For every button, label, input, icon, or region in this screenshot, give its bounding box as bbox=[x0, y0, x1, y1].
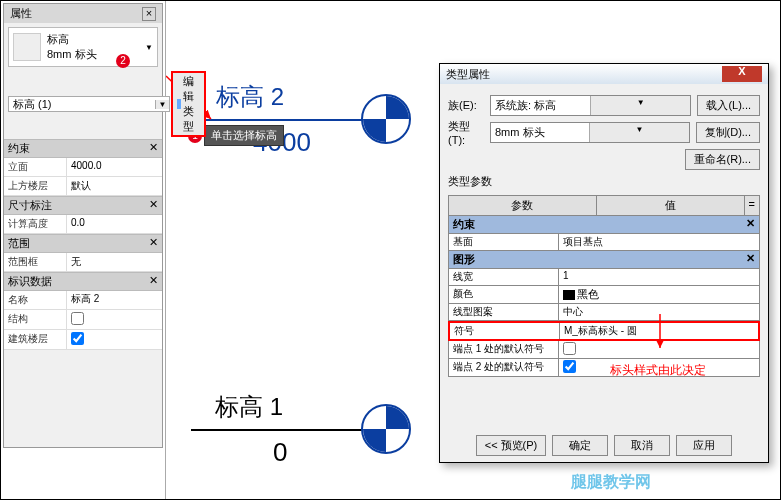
grid-section-constraint[interactable]: 约束✕ bbox=[448, 216, 760, 234]
section-id[interactable]: 标识数据✕ bbox=[4, 272, 162, 291]
grid-row: 端点 1 处的默认符号 bbox=[448, 341, 760, 359]
level1-name[interactable]: 标高 1 bbox=[215, 391, 283, 423]
endpoint2-checkbox[interactable] bbox=[563, 360, 576, 373]
cancel-button[interactable]: 取消 bbox=[614, 435, 670, 456]
prop-row: 立面 bbox=[4, 158, 162, 177]
section-dim[interactable]: 尺寸标注✕ bbox=[4, 196, 162, 215]
dialog-title: 类型属性 bbox=[446, 67, 490, 82]
properties-titlebar[interactable]: 属性 × bbox=[4, 4, 162, 23]
level2-line[interactable] bbox=[191, 119, 386, 121]
structural-checkbox[interactable] bbox=[71, 312, 84, 325]
instance-filter[interactable] bbox=[9, 97, 155, 111]
type-line2: 8mm 标头 bbox=[47, 47, 97, 62]
properties-title: 属性 bbox=[10, 6, 32, 21]
type-thumb-icon bbox=[13, 33, 41, 61]
type-params-label: 类型参数 bbox=[448, 174, 760, 189]
apply-button[interactable]: 应用 bbox=[676, 435, 732, 456]
prop-row: 计算高度0.0 bbox=[4, 215, 162, 234]
type-selector[interactable]: 标高 8mm 标头 ▼ bbox=[8, 27, 158, 67]
prop-row: 名称 bbox=[4, 291, 162, 310]
ok-button[interactable]: 确定 bbox=[552, 435, 608, 456]
prop-row: 建筑楼层 bbox=[4, 330, 162, 350]
bldg-story-checkbox[interactable] bbox=[71, 332, 84, 345]
prop-row: 上方楼层默认 bbox=[4, 177, 162, 196]
duplicate-button[interactable]: 复制(D)... bbox=[696, 122, 760, 143]
prop-row: 结构 bbox=[4, 310, 162, 330]
family-label: 族(E): bbox=[448, 98, 484, 113]
prop-row: 范围框无 bbox=[4, 253, 162, 272]
section-extent[interactable]: 范围✕ bbox=[4, 234, 162, 253]
edit-type-icon bbox=[177, 99, 181, 109]
endpoint1-checkbox[interactable] bbox=[563, 342, 576, 355]
type-properties-dialog: 类型属性 X 族(E): 系统族: 标高▼ 载入(L)... 类型(T): 8m… bbox=[439, 63, 769, 463]
section-constraint[interactable]: 约束✕ bbox=[4, 139, 162, 158]
annotation-arrow-1 bbox=[166, 1, 466, 201]
chevron-down-icon[interactable]: ▼ bbox=[145, 43, 153, 52]
name-input[interactable] bbox=[71, 294, 158, 305]
type-combo[interactable]: 8mm 标头▼ bbox=[490, 122, 690, 143]
type-line1: 标高 bbox=[47, 32, 97, 47]
color-swatch bbox=[563, 290, 575, 300]
grid-row: 端点 2 处的默认符号 bbox=[448, 359, 760, 377]
dialog-footer: << 预览(P) 确定 取消 应用 bbox=[440, 435, 768, 456]
rename-button[interactable]: 重命名(R)... bbox=[685, 149, 760, 170]
preview-button[interactable]: << 预览(P) bbox=[476, 435, 547, 456]
close-icon[interactable]: × bbox=[142, 7, 156, 21]
hover-tooltip: 单击选择标高 bbox=[204, 125, 284, 146]
grid-row: 线型图案中心 bbox=[448, 304, 760, 321]
grid-row: 线宽1 bbox=[448, 269, 760, 286]
level2-head[interactable] bbox=[361, 94, 411, 144]
grid-header: 参数值= bbox=[448, 195, 760, 216]
grid-row: 颜色黑色 bbox=[448, 286, 760, 304]
chevron-down-icon[interactable]: ▼ bbox=[155, 100, 169, 109]
level2-name[interactable]: 标高 2 bbox=[216, 81, 284, 113]
type-label: 类型(T): bbox=[448, 119, 484, 146]
level1-line[interactable] bbox=[191, 429, 386, 431]
level1-head[interactable] bbox=[361, 404, 411, 454]
level1-elev: 0 bbox=[273, 437, 287, 468]
badge-2: 2 bbox=[116, 54, 130, 68]
watermark-text: 腿腿教学网 bbox=[571, 472, 651, 493]
load-button[interactable]: 载入(L)... bbox=[697, 95, 760, 116]
edit-type-button[interactable]: 编辑类型 bbox=[171, 71, 206, 137]
close-icon[interactable]: X bbox=[722, 66, 762, 82]
grid-row: 基面项目基点 bbox=[448, 234, 760, 251]
annotation-note: 标头样式由此决定 bbox=[610, 362, 706, 379]
grid-row-symbol[interactable]: 符号M_标高标头 - 圆 bbox=[448, 321, 760, 341]
dialog-titlebar[interactable]: 类型属性 X bbox=[440, 64, 768, 84]
family-combo[interactable]: 系统族: 标高▼ bbox=[490, 95, 691, 116]
properties-panel: 属性 × 标高 8mm 标头 ▼ ▼ 编辑类型 2 约束✕ 立面 上方楼层默认 … bbox=[3, 3, 163, 448]
elevation-input[interactable] bbox=[71, 160, 158, 171]
grid-section-graphics[interactable]: 图形✕ bbox=[448, 251, 760, 269]
